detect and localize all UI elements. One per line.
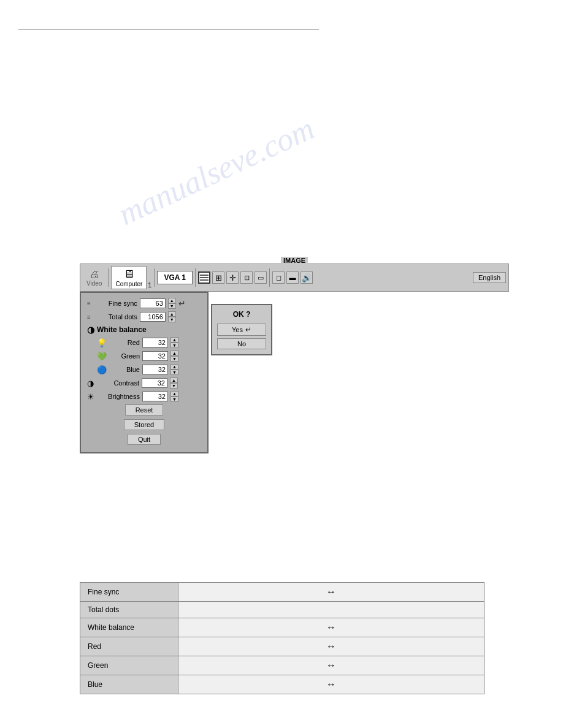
- table-row: Blue ↔: [80, 675, 484, 694]
- screen-icon: ▭: [258, 274, 264, 282]
- red-row: 💡 Red 32 ▲ ▼: [87, 337, 201, 348]
- fine-sync-label: Fine sync: [94, 300, 137, 307]
- toolbar: IMAGE 🖨 Video 🖥 Computer 1 VGA 1: [80, 264, 509, 292]
- contrast-label: Contrast: [96, 379, 139, 387]
- total-dots-down[interactable]: ▼: [168, 317, 176, 322]
- brightness-row: ☀ Brightness 32 ▲ ▼: [87, 391, 201, 402]
- separator-1: [108, 268, 109, 287]
- green-spinner[interactable]: ▲ ▼: [170, 351, 178, 362]
- total-dots-icon: ≡: [87, 314, 91, 320]
- contrast-down[interactable]: ▼: [170, 383, 178, 389]
- top-line: [18, 29, 319, 30]
- green-down[interactable]: ▼: [170, 356, 178, 362]
- brightness-down[interactable]: ▼: [170, 396, 178, 402]
- blue-up[interactable]: ▲: [170, 364, 178, 370]
- video-tab[interactable]: 🖨 Video: [83, 266, 105, 289]
- brightness-label: Brightness: [97, 393, 140, 400]
- total-dots-row: ≡ Total dots 1056 ▲ ▼: [87, 311, 201, 322]
- arrow-icon: ↔: [326, 586, 336, 597]
- blue-value: 32: [142, 365, 168, 374]
- table-cell-label: Red: [80, 637, 178, 656]
- fine-sync-down[interactable]: ▼: [168, 303, 176, 309]
- blue-icon: 🔵: [97, 365, 107, 374]
- total-dots-spinner[interactable]: ▲ ▼: [168, 311, 176, 322]
- quit-button[interactable]: Quit: [128, 434, 161, 445]
- blue-row: 🔵 Blue 32 ▲ ▼: [87, 364, 201, 375]
- separator-4: [269, 268, 270, 287]
- lines-icon-button[interactable]: [198, 271, 210, 284]
- grid-icon-button[interactable]: ⊞: [212, 271, 224, 284]
- video-icon: 🖨: [90, 269, 99, 280]
- red-icon: 💡: [97, 338, 107, 347]
- computer-label: Computer: [115, 281, 142, 287]
- main-content: IMAGE 🖨 Video 🖥 Computer 1 VGA 1: [80, 264, 509, 453]
- watermark: manualseve.com: [113, 110, 320, 232]
- total-dots-up[interactable]: ▲: [168, 311, 176, 317]
- ok-dialog: OK ? Yes ↵ No: [211, 304, 272, 355]
- toolbar-title: IMAGE: [281, 257, 308, 264]
- contrast-value: 32: [142, 378, 167, 388]
- fine-sync-value: 63: [140, 298, 166, 308]
- table-cell-label: Total dots: [80, 602, 178, 618]
- yes-button[interactable]: Yes ↵: [217, 324, 266, 336]
- table-cell-value: [178, 602, 484, 618]
- stored-button[interactable]: Stored: [124, 419, 164, 430]
- vga-button[interactable]: VGA 1: [157, 271, 193, 284]
- resize-icon-button[interactable]: ⊡: [240, 271, 253, 284]
- table-cell-value: ↔: [178, 583, 484, 602]
- aspect-icon-button[interactable]: ◻: [272, 271, 285, 284]
- blue-spinner[interactable]: ▲ ▼: [170, 364, 178, 375]
- blue-label: Blue: [109, 366, 140, 373]
- table-cell-value: ↔: [178, 618, 484, 637]
- total-dots-label: Total dots: [94, 313, 137, 320]
- video-label: Video: [86, 280, 102, 287]
- table-row: White balance ↔: [80, 618, 484, 637]
- red-spinner[interactable]: ▲ ▼: [170, 337, 178, 348]
- table-row: Total dots: [80, 602, 484, 618]
- screen-icon-button[interactable]: ▭: [255, 271, 267, 284]
- contrast-row: ◑ Contrast 32 ▲ ▼: [87, 377, 201, 389]
- contrast-spinner[interactable]: ▲ ▼: [170, 377, 178, 389]
- red-down[interactable]: ▼: [170, 343, 178, 348]
- brightness-spinner[interactable]: ▲ ▼: [170, 391, 178, 402]
- green-row: 💚 Green 32 ▲ ▼: [87, 351, 201, 362]
- table-cell-label: Blue: [80, 675, 178, 694]
- table-row: Red ↔: [80, 637, 484, 656]
- table-cell-value: ↔: [178, 656, 484, 675]
- no-button[interactable]: No: [217, 338, 266, 349]
- right-icon-group: ◻ ▬ 🔊: [272, 271, 313, 284]
- bottom-table: Fine sync ↔ Total dots White balance ↔ R…: [80, 582, 484, 694]
- red-up[interactable]: ▲: [170, 337, 178, 343]
- wide-icon-button[interactable]: ▬: [286, 271, 299, 284]
- move-icon: ✛: [229, 273, 236, 282]
- computer-icon: 🖥: [123, 268, 134, 281]
- fine-sync-up[interactable]: ▲: [168, 298, 176, 303]
- separator-2: [154, 268, 155, 287]
- reset-button[interactable]: Reset: [125, 404, 164, 415]
- table-cell-label: Fine sync: [80, 583, 178, 602]
- icon-group: ⊞ ✛ ⊡ ▭: [198, 271, 267, 284]
- panel-buttons: Reset Stored Quit: [87, 404, 201, 447]
- green-up[interactable]: ▲: [170, 351, 178, 356]
- computer-tab[interactable]: 🖥 Computer: [111, 266, 147, 289]
- blue-down[interactable]: ▼: [170, 370, 178, 375]
- sound-icon-button[interactable]: 🔊: [301, 271, 313, 284]
- panel-wrapper: ≡ Fine sync 63 ▲ ▼ ↵ ≡ Total dots 1056 ▲: [80, 292, 509, 453]
- brightness-up[interactable]: ▲: [170, 391, 178, 396]
- green-label: Green: [109, 352, 140, 360]
- separator-3: [195, 268, 196, 287]
- fine-sync-spinner[interactable]: ▲ ▼: [168, 298, 176, 309]
- table-cell-value: ↔: [178, 675, 484, 694]
- brightness-value: 32: [142, 392, 168, 401]
- contrast-up[interactable]: ▲: [170, 377, 178, 383]
- fine-sync-icon: ≡: [87, 300, 91, 307]
- table-row: Fine sync ↔: [80, 583, 484, 602]
- computer-num: 1: [148, 281, 151, 289]
- sound-icon: 🔊: [302, 273, 312, 282]
- return-arrow-fine-sync: ↵: [178, 298, 186, 308]
- move-icon-button[interactable]: ✛: [226, 271, 239, 284]
- arrow-icon: ↔: [326, 641, 336, 651]
- enter-arrow-icon: ↵: [245, 325, 251, 334]
- resize-icon: ⊡: [244, 274, 250, 282]
- english-button[interactable]: English: [473, 272, 506, 283]
